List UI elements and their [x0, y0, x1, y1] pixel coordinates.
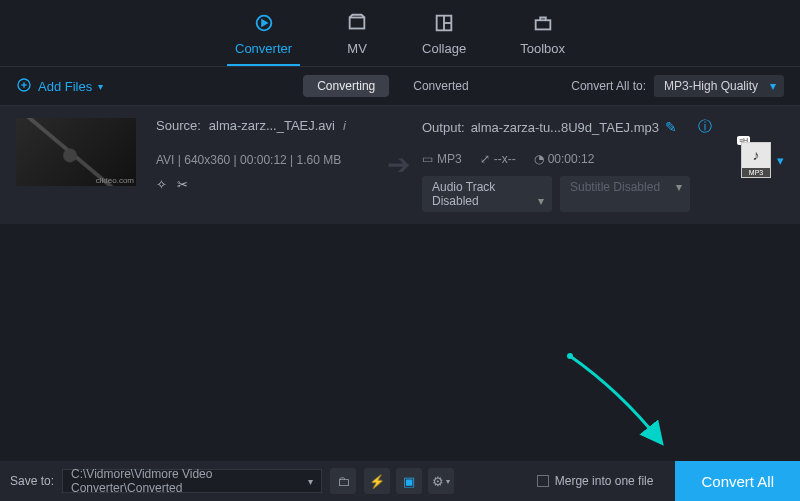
scissors-icon[interactable]: ✂ — [177, 177, 188, 192]
output-filename: alma-zarza-tu...8U9d_TAEJ.mp3 — [471, 120, 659, 135]
convert-all-button[interactable]: Convert All — [675, 461, 800, 501]
gear-icon: ⚙ — [432, 474, 444, 489]
plus-icon — [16, 77, 32, 96]
expand-icon: ⤢ — [480, 152, 490, 166]
mp3-file-icon — [741, 142, 771, 178]
merge-label: Merge into one file — [555, 474, 654, 488]
edit-icon[interactable]: ✎ — [665, 119, 677, 135]
magic-wand-icon[interactable]: ✧ — [156, 177, 167, 192]
convert-all-to-label: Convert All to: — [571, 79, 646, 93]
source-meta: AVI | 640x360 | 00:00:12 | 1.60 MB — [156, 153, 381, 167]
save-to-label: Save to: — [10, 474, 54, 488]
bottom-bar: Save to: C:\Vidmore\Vidmore Video Conver… — [0, 461, 800, 501]
film-icon: ▭ — [422, 152, 433, 166]
chevron-down-icon: ▾ — [308, 476, 313, 487]
tab-converting[interactable]: Converting — [303, 75, 389, 97]
svg-rect-6 — [535, 20, 550, 29]
chevron-down-icon: ▾ — [777, 153, 784, 168]
nav-converter[interactable]: Converter — [227, 8, 300, 66]
nav-mv[interactable]: MV — [338, 8, 376, 66]
convert-all-to: Convert All to: MP3-High Quality — [571, 75, 784, 97]
settings-button[interactable]: ⚙▾ — [428, 468, 454, 494]
merge-checkbox[interactable]: Merge into one file — [537, 474, 654, 488]
chip-icon: ▣ — [403, 474, 415, 489]
convert-all-to-dropdown[interactable]: MP3-High Quality — [654, 75, 784, 97]
add-files-button[interactable]: Add Files ▾ — [16, 77, 103, 96]
add-files-label: Add Files — [38, 79, 92, 94]
info-icon[interactable]: i — [343, 118, 346, 133]
output-resolution: --x-- — [494, 152, 516, 166]
status-tabs: Converting Converted — [303, 75, 482, 97]
source-filename: alma-zarz..._TAEJ.avi — [209, 118, 335, 133]
toolbox-icon — [532, 12, 554, 37]
source-column: Source: alma-zarz..._TAEJ.avi i AVI | 64… — [156, 118, 381, 192]
video-thumbnail[interactable]: clideo.com — [16, 118, 136, 186]
file-row: clideo.com Source: alma-zarz..._TAEJ.avi… — [0, 106, 800, 224]
folder-icon: 🗀 — [337, 474, 350, 489]
svg-marker-1 — [262, 20, 267, 26]
save-to-path-value: C:\Vidmore\Vidmore Video Converter\Conve… — [71, 467, 308, 495]
output-column: Output: alma-zarza-tu...8U9d_TAEJ.mp3 ✎ … — [422, 118, 712, 212]
converter-icon — [253, 12, 275, 37]
output-format-selector[interactable]: ≡H ▾ — [741, 142, 784, 178]
source-label: Source: — [156, 118, 201, 133]
lightning-icon: ⚡ — [369, 474, 385, 489]
save-to-path-dropdown[interactable]: C:\Vidmore\Vidmore Video Converter\Conve… — [62, 469, 322, 493]
clock-icon: ◔ — [534, 152, 544, 166]
nav-label: MV — [347, 41, 367, 56]
nav-label: Collage — [422, 41, 466, 56]
tab-converted[interactable]: Converted — [399, 75, 482, 97]
info-circle-icon[interactable]: ⓘ — [698, 118, 712, 136]
checkbox-icon — [537, 475, 549, 487]
subtitle-dropdown[interactable]: Subtitle Disabled — [560, 176, 690, 212]
top-nav: Converter MV Collage Toolbox — [0, 0, 800, 66]
nav-label: Converter — [235, 41, 292, 56]
nav-label: Toolbox — [520, 41, 565, 56]
gpu-button[interactable]: ▣ — [396, 468, 422, 494]
output-duration: 00:00:12 — [548, 152, 595, 166]
open-folder-button[interactable]: 🗀 — [330, 468, 356, 494]
lightning-button[interactable]: ⚡ — [364, 468, 390, 494]
svg-point-10 — [567, 353, 573, 359]
chevron-down-icon: ▾ — [98, 81, 103, 92]
output-format: MP3 — [437, 152, 462, 166]
collage-icon — [433, 12, 455, 37]
mv-icon — [346, 12, 368, 37]
nav-collage[interactable]: Collage — [414, 8, 474, 66]
audio-track-dropdown[interactable]: Audio Track Disabled — [422, 176, 552, 212]
thumbnail-watermark: clideo.com — [96, 176, 134, 185]
chevron-down-icon: ▾ — [446, 477, 450, 486]
nav-toolbox[interactable]: Toolbox — [512, 8, 573, 66]
arrow-icon: ➔ — [387, 148, 410, 181]
sub-bar: Add Files ▾ Converting Converted Convert… — [0, 66, 800, 106]
annotation-arrow — [560, 351, 670, 451]
svg-rect-2 — [350, 18, 365, 29]
output-label: Output: — [422, 120, 465, 135]
